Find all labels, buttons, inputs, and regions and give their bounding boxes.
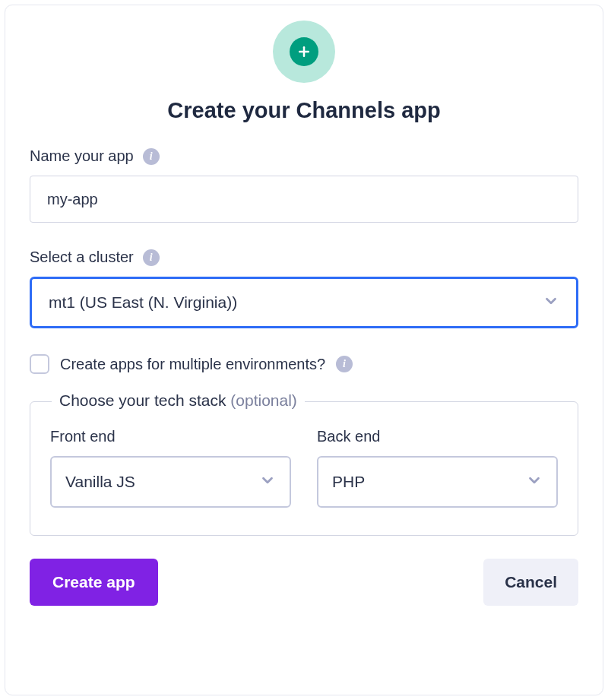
page-title: Create your Channels app [30,98,578,123]
front-end-col: Front end Vanilla JS [50,428,291,508]
create-app-card: Create your Channels app Name your app i… [5,5,603,695]
cluster-select[interactable]: mt1 (US East (N. Virginia)) [30,277,578,328]
chevron-down-icon [259,472,276,493]
button-row: Create app Cancel [30,559,578,606]
multi-env-label: Create apps for multiple environments? [60,356,325,373]
front-end-label: Front end [50,428,291,445]
name-field-label: Name your app [30,147,134,165]
app-name-input[interactable] [30,176,578,223]
front-end-selected: Vanilla JS [65,473,135,491]
back-end-col: Back end PHP [317,428,558,508]
tech-stack-optional: (optional) [230,391,297,409]
tech-stack-row: Front end Vanilla JS Back end PHP [50,428,558,508]
plus-icon [290,37,318,66]
cluster-field-label-row: Select a cluster i [30,249,578,266]
back-end-select[interactable]: PHP [317,456,558,508]
cancel-button[interactable]: Cancel [483,559,578,606]
create-app-button[interactable]: Create app [30,559,158,606]
info-icon[interactable]: i [143,148,160,165]
cluster-field-group: Select a cluster i mt1 (US East (N. Virg… [30,249,578,328]
tech-stack-fieldset: Choose your tech stack (optional) Front … [30,401,578,536]
cluster-field-label: Select a cluster [30,249,134,266]
header-icon-circle [273,21,335,83]
name-field-group: Name your app i [30,147,578,223]
back-end-selected: PHP [332,473,365,491]
back-end-label: Back end [317,428,558,445]
info-icon[interactable]: i [336,356,353,372]
front-end-select[interactable]: Vanilla JS [50,456,291,508]
tech-stack-legend: Choose your tech stack (optional) [52,391,305,410]
cluster-selected-value: mt1 (US East (N. Virginia)) [49,293,237,312]
chevron-down-icon [526,472,543,493]
name-field-label-row: Name your app i [30,147,578,165]
tech-stack-legend-text: Choose your tech stack [59,391,226,409]
header-icon-wrap [30,21,578,83]
multi-env-checkbox[interactable] [30,354,49,374]
multi-env-row: Create apps for multiple environments? i [30,354,578,374]
chevron-down-icon [543,293,559,313]
info-icon[interactable]: i [143,249,160,266]
